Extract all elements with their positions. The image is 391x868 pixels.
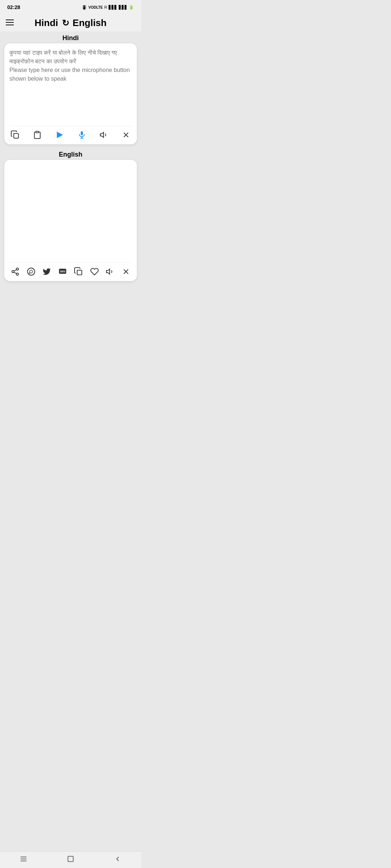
microphone-button[interactable] [76,129,88,141]
translate-button[interactable] [54,129,65,141]
signal-bar1: ▋▋▋ [109,5,117,10]
svg-marker-6 [100,132,104,137]
output-clear-button[interactable] [120,266,132,277]
whatsapp-button[interactable] [25,266,37,277]
source-input[interactable] [9,48,132,121]
output-text [9,165,132,259]
paste-button[interactable] [31,129,43,141]
source-toolbar [9,126,132,141]
svg-point-14 [28,268,35,275]
svg-point-9 [16,268,18,270]
twitter-button[interactable] [41,266,52,277]
svg-point-11 [16,273,18,275]
svg-rect-3 [81,131,83,135]
source-language-title: Hindi [35,17,58,29]
source-lang-label: Hindi [0,31,141,43]
share-button[interactable] [9,266,21,277]
app-header: Hindi ↻ English [0,13,141,31]
output-copy-button[interactable] [73,266,84,277]
target-language-title: English [73,17,107,29]
svg-line-13 [14,270,17,271]
svg-rect-17 [77,270,82,275]
language-pair-title: Hindi ↻ English [35,17,107,29]
output-panel: SMS [4,160,137,281]
status-time: 02:28 [7,4,20,10]
signal-bar2: ▋▋▋ [119,5,127,10]
target-lang-label: English [0,148,141,160]
hamburger-menu[interactable] [6,20,14,25]
signal-r-icon: R [104,5,107,9]
favorite-button[interactable] [89,266,100,277]
svg-rect-1 [36,131,39,133]
svg-marker-2 [57,132,63,138]
source-speaker-button[interactable] [98,129,110,141]
status-icons: 📳 VODLTE R ▋▋▋ ▋▋▋ 🔋 [82,5,134,10]
source-clear-button[interactable] [120,129,132,141]
svg-point-10 [12,271,14,273]
network-icon: VODLTE [88,5,103,9]
output-toolbar: SMS [9,263,132,277]
source-panel [4,43,137,144]
svg-marker-18 [106,269,110,274]
svg-rect-0 [14,133,18,138]
battery-icon: 🔋 [129,5,134,10]
svg-line-12 [14,272,17,274]
copy-button[interactable] [9,129,21,141]
svg-text:SMS: SMS [60,270,66,273]
swap-languages-icon[interactable]: ↻ [62,18,69,28]
status-bar: 02:28 📳 VODLTE R ▋▋▋ ▋▋▋ 🔋 [0,0,141,13]
sms-button[interactable]: SMS [57,266,68,277]
output-speaker-button[interactable] [104,266,116,277]
vibrate-icon: 📳 [82,5,87,10]
